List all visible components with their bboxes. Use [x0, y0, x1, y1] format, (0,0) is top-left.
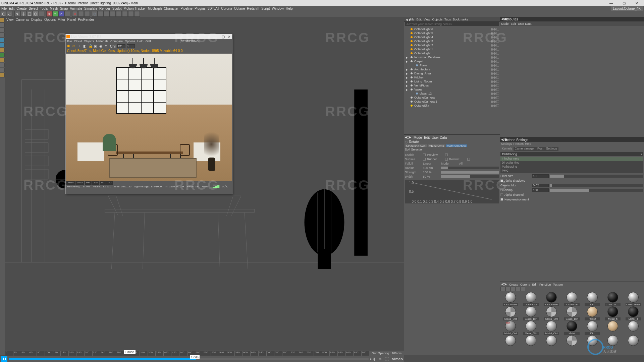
viewport-menu-panel[interactable]: Panel: [67, 18, 76, 21]
oct-causticblur-slider[interactable]: [550, 184, 643, 187]
cube-primitive-icon[interactable]: [92, 11, 98, 17]
spline-icon[interactable]: [98, 11, 104, 17]
objmgr-item[interactable]: OctaneLight.1: [405, 47, 499, 51]
tool-menu-userdata[interactable]: User Data: [432, 136, 447, 139]
lv-menu-cloud[interactable]: Cloud: [74, 40, 82, 43]
generator-icon[interactable]: [110, 11, 116, 17]
material-cell[interactable]: Glass_Dirt: [562, 306, 582, 320]
material-cell[interactable]: Metal_4: [623, 306, 643, 320]
layout-selector[interactable]: Layout: Octane_4K: [611, 6, 643, 11]
objmgr-item[interactable]: OctaneCamera: [405, 96, 499, 100]
lv-menu-options[interactable]: Options: [125, 40, 135, 43]
lv-tab-dnd[interactable]: DND: [75, 181, 84, 185]
lv-tab-main[interactable]: Main: [66, 181, 75, 185]
objmgr-item[interactable]: ▸Kitchen: [405, 75, 499, 79]
objmgr-menu-file[interactable]: File: [410, 18, 415, 21]
move-tool-icon[interactable]: [20, 11, 26, 17]
material-cell[interactable]: Dirt: [582, 292, 602, 306]
viewport[interactable]: View Cameras Display Options Filter Pane…: [5, 17, 404, 355]
material-cell[interactable]: Glass_Dirt: [521, 306, 541, 320]
lv-maximize-button[interactable]: ▢: [221, 35, 225, 39]
objmgr-item[interactable]: OctaneSky: [405, 104, 499, 108]
objmgr-menu-view[interactable]: View: [424, 18, 430, 21]
scale-tool-icon[interactable]: [26, 11, 32, 17]
attr-nav-icon[interactable]: ⮜⮞: [501, 17, 504, 21]
video-brand[interactable]: vimeo: [392, 357, 403, 361]
material-cell[interactable]: Dirt: [582, 321, 602, 335]
viewport-menu-options[interactable]: Options: [44, 18, 56, 21]
lv-pause-icon[interactable]: ⏸: [78, 44, 82, 48]
ss-strength-value[interactable]: 100 %: [423, 171, 440, 174]
objmgr-item[interactable]: ▸Vases: [405, 87, 499, 92]
lv-send-icon[interactable]: ✱: [67, 44, 71, 48]
mat-delete-icon[interactable]: [521, 287, 525, 291]
attr-menu-edit[interactable]: Edit: [511, 22, 516, 25]
objmgr-item[interactable]: ▸Dining_Area: [405, 71, 499, 75]
objmgr-search-input[interactable]: [405, 22, 499, 26]
mat-view-icon[interactable]: [511, 287, 515, 291]
objmgr-menu-bookmarks[interactable]: Bookmarks: [453, 18, 468, 21]
objmgr-item[interactable]: OctaneLight: [405, 51, 499, 55]
menu-select[interactable]: Select: [29, 7, 38, 10]
oct-keepenv-checkbox[interactable]: [500, 198, 503, 201]
ss-surface-checkbox[interactable]: [423, 158, 426, 161]
menu-redshift[interactable]: Redshift: [247, 7, 259, 10]
kernel-option-pathtracing[interactable]: Pathtracing: [500, 165, 643, 169]
ss-mode-value[interactable]: All: [459, 162, 476, 165]
material-cell[interactable]: Metal: [562, 321, 582, 335]
lv-menu-gui[interactable]: GUI: [146, 40, 151, 43]
objmgr-item[interactable]: OctaneLight.6: [405, 27, 499, 31]
tool-menu-edit[interactable]: Edit: [424, 136, 430, 139]
menu-corona[interactable]: Corona: [221, 7, 232, 10]
menu-help[interactable]: Help: [286, 7, 293, 10]
mat-menu-edit[interactable]: Edit: [532, 283, 538, 286]
menu-create[interactable]: Create: [16, 7, 26, 10]
lv-tab-aft[interactable]: Aft: [100, 181, 106, 185]
material-cell[interactable]: OctDiffuse: [521, 292, 541, 306]
oct-tab-settings[interactable]: Settings: [501, 142, 512, 146]
world-coord-icon[interactable]: [64, 11, 70, 17]
menu-edit[interactable]: Edit: [9, 7, 14, 10]
model-mode-icon[interactable]: [0, 22, 5, 27]
render-region-icon[interactable]: [78, 11, 84, 17]
lv-pick-icon[interactable]: ◉: [99, 44, 103, 48]
lv-menu-file[interactable]: File: [67, 40, 72, 43]
lv-menu-compare[interactable]: Compare: [110, 40, 123, 43]
objmgr-item[interactable]: OctaneLight.2: [405, 43, 499, 47]
material-cell[interactable]: Chair_meta: [623, 292, 643, 306]
video-play-button[interactable]: [1, 356, 7, 362]
ss-radius-value[interactable]: 100 cm: [423, 166, 440, 170]
objmgr-item[interactable]: OctaneLight.3: [405, 39, 499, 43]
polygons-mode-icon[interactable]: [0, 48, 5, 52]
ss-restrict-checkbox[interactable]: [467, 158, 470, 161]
kernel-dropdown-list[interactable]: Infochannels Directlighting Pathtracing …: [500, 157, 643, 173]
lv-lock-icon[interactable]: 🔒: [89, 44, 93, 48]
render-settings-icon[interactable]: [84, 11, 90, 17]
menu-snap[interactable]: Snap: [60, 7, 68, 10]
axis-x-icon[interactable]: X: [46, 11, 52, 17]
menu-sculpt[interactable]: Sculpt: [112, 7, 122, 10]
material-cell[interactable]: Rost2: [582, 306, 602, 320]
objmgr-nav-icon[interactable]: ⮜⮞: [406, 18, 408, 20]
lv-focus-icon[interactable]: ⊙: [105, 44, 109, 48]
object-mode-icon[interactable]: [0, 58, 5, 62]
redo-icon[interactable]: [7, 11, 12, 17]
material-cell[interactable]: [623, 321, 643, 335]
maximize-button[interactable]: ▢: [618, 0, 630, 6]
axis-mode-icon[interactable]: [0, 53, 5, 57]
material-cell[interactable]: Glass_Dirt: [541, 306, 561, 320]
viewport-menu-view[interactable]: View: [6, 18, 14, 21]
oct-giclamp-slider[interactable]: [550, 189, 643, 192]
workplane-mode-icon[interactable]: [0, 33, 5, 37]
oct-alphachannel-checkbox[interactable]: [500, 193, 503, 196]
mat-menu-texture[interactable]: Texture: [553, 283, 563, 286]
viewport-solo-icon[interactable]: [0, 63, 5, 67]
live-viewer-titlebar[interactable]: Live Viewer 3.07-R2 — ▢ ✕: [66, 34, 232, 39]
lv-tab-ao[interactable]: AO: [106, 181, 113, 185]
lv-menu-objects[interactable]: Objects: [84, 40, 94, 43]
viewport-menu-prorender[interactable]: ProRender: [78, 18, 94, 21]
menu-3dtoall[interactable]: 3DToAll: [208, 7, 219, 10]
video-signal-icon[interactable]: ⁞⁞⁞|: [370, 357, 375, 361]
oct-subtab-cameraimager[interactable]: Cameraimager: [514, 147, 536, 151]
edges-mode-icon[interactable]: [0, 43, 5, 47]
